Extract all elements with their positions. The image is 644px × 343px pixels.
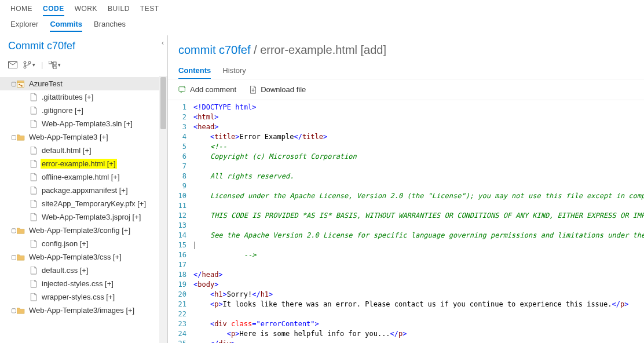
tree-label: Web-App-Template3.sln [+] [41,119,134,129]
code-text: <!DOCTYPE html> [193,103,644,112]
code-line: 1<!DOCTYPE html> [168,103,644,112]
code-line: 9 [168,181,644,191]
tree-caret-icon[interactable]: ▢ [10,227,16,233]
commit-header-prefix: Commit [8,40,47,52]
toolbar-separator: | [41,60,43,69]
svg-rect-8 [17,82,24,87]
tree-folder[interactable]: ▢Web-App-Template3/images [+] [0,304,167,317]
line-number: 19 [168,280,193,290]
tree-file[interactable]: offline-example.html [+] [0,170,167,184]
line-number: 14 [168,231,193,240]
code-line: 19<body> [168,280,644,290]
tree-file[interactable]: site2App_TemporaryKey.pfx [+] [0,197,167,210]
line-number: 6 [168,152,193,162]
file-icon [29,200,38,208]
tree-label: config.json [+] [41,239,90,249]
code-line: 7 [168,162,644,172]
tree-file[interactable]: .gitattributes [+] [0,90,167,104]
line-number: 18 [168,270,193,280]
tree-label: Web-App-Template3.jsproj [+] [41,212,142,222]
svg-point-1 [24,61,26,64]
path-sep: / [250,43,260,56]
file-icon [29,293,38,301]
line-number: 15 [168,240,193,250]
code-line: 22 [168,309,644,319]
tree-file[interactable]: error-example.html [+] [0,157,167,170]
tree-label: error-example.html [+] [41,159,117,169]
tree-file[interactable]: Web-App-Template3.jsproj [+] [0,210,167,224]
code-text [193,181,644,191]
code-view[interactable]: 1<!DOCTYPE html>2<html>3<head>4 <title>E… [168,100,644,343]
collapse-panel-icon[interactable]: ‹ [162,39,164,47]
svg-point-2 [24,66,26,68]
line-number: 1 [168,103,193,112]
code-line: 12 THIS CODE IS PROVIDED *AS IS* BASIS, … [168,211,644,221]
commit-link[interactable]: commit c70fef [178,43,250,56]
file-icon [29,280,38,288]
content-tab-contents[interactable]: Contents [178,66,211,79]
tree-file[interactable]: default.html [+] [0,144,167,157]
tree-label: Web-App-Template3 [+] [28,132,109,142]
line-number: 9 [168,181,193,191]
code-line: 21 <p>It looks like there was an error. … [168,300,644,309]
file-icon [29,107,38,115]
tree-folder[interactable]: ▢AzureTest [0,77,167,90]
code-text: </div> [193,339,644,343]
tree-label: .gitattributes [+] [41,92,94,102]
top-tab-home[interactable]: HOME [10,5,32,13]
branch-icon[interactable]: ▾ [23,61,35,69]
tree-folder[interactable]: ▢Web-App-Template3/config [+] [0,224,167,237]
line-number: 22 [168,309,193,319]
tree-file[interactable]: package.appxmanifest [+] [0,184,167,197]
tree-caret-icon[interactable]: ▢ [10,254,16,260]
file-icon [29,93,38,101]
add-comment-button[interactable]: + Add comment [178,85,236,94]
repo-icon [16,80,25,88]
tree-caret-icon[interactable]: ▢ [10,81,16,87]
tree-label: Web-App-Template3/css [+] [28,252,123,262]
mail-icon[interactable] [8,61,17,68]
sub-tab-commits[interactable]: Commits [50,20,82,32]
tree-file[interactable]: default.css [+] [0,264,167,277]
code-line: 5 <!-- [168,142,644,152]
main-split: ‹ Commit c70fef ▾ | ▾ ▢AzureTest.gitattr… [0,35,644,343]
code-line: 3<head> [168,122,644,132]
tree-caret-icon[interactable]: ▢ [10,134,16,140]
tree-file[interactable]: .gitignore [+] [0,104,167,117]
download-file-button[interactable]: Download file [249,85,306,94]
folder-icon [16,227,25,234]
code-text: <div class="errorContent"> [193,319,644,329]
file-icon [29,267,38,275]
file-icon [29,160,38,168]
top-tab-test[interactable]: TEST [140,5,159,13]
line-number: 8 [168,172,193,181]
tree-label: .gitignore [+] [41,105,85,115]
tree-label: Web-App-Template3/images [+] [28,305,136,315]
line-number: 10 [168,191,193,201]
tree-file[interactable]: injected-styles.css [+] [0,277,167,290]
content-tab-history[interactable]: History [222,66,246,79]
top-tab-code[interactable]: CODE [43,5,64,16]
sub-tab-branches[interactable]: Branches [94,20,126,32]
right-panel: commit c70fef / error-example.html [add]… [168,35,644,343]
tree-view-icon[interactable]: ▾ [49,61,61,69]
code-text [193,162,644,172]
top-tab-build[interactable]: BUILD [108,5,130,13]
tree-caret-icon[interactable]: ▢ [10,307,16,313]
code-text: <html> [193,112,644,122]
tree-file[interactable]: config.json [+] [0,237,167,250]
line-number: 16 [168,250,193,260]
tree-folder[interactable]: ▢Web-App-Template3 [+] [0,130,167,144]
svg-rect-6 [53,66,56,69]
svg-point-3 [28,61,31,64]
sub-tab-explorer[interactable]: Explorer [10,20,38,32]
top-tab-work[interactable]: WORK [75,5,97,13]
left-toolbar: ▾ | ▾ [0,58,167,75]
svg-rect-4 [49,61,52,64]
tree-folder[interactable]: ▢Web-App-Template3/css [+] [0,250,167,264]
file-icon [29,187,38,195]
tree-file[interactable]: Web-App-Template3.sln [+] [0,117,167,130]
tree-file[interactable]: wrapper-styles.css [+] [0,290,167,304]
line-number: 2 [168,112,193,122]
tree-scrollbar[interactable] [159,76,167,343]
